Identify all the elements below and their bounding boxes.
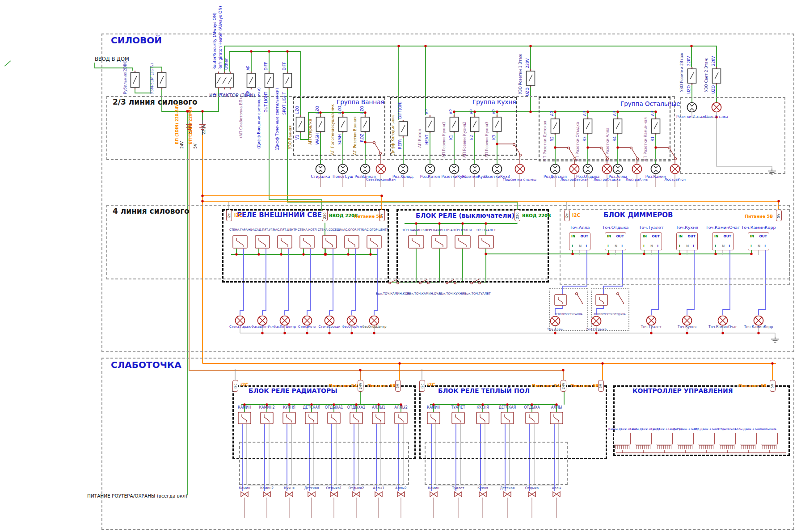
- relay-label: ТОЧ.ТУАЛЕТ: [472, 229, 500, 232]
- terminal-i2c: i2c: [226, 210, 232, 221]
- light-switch-symbol: [629, 146, 639, 160]
- dimmer-device: INOUTLNL: [748, 232, 769, 250]
- dimmer-pin-l: L: [586, 245, 588, 248]
- valve-label: Аллы: [543, 486, 570, 490]
- relay-label: ДЕТСКАЯ: [495, 406, 520, 410]
- controller-module: [656, 433, 673, 444]
- breaker-label: АП Стиралка: [308, 118, 312, 144]
- terminal-i2c-text: i2c: [233, 384, 237, 388]
- socket-symbol: [315, 163, 326, 175]
- lamp-label: Точ.Туалет: [633, 325, 669, 329]
- valve-symbol: [374, 491, 383, 498]
- breaker-label: АП Розеки Кухня3: [485, 121, 489, 157]
- psu-out-label: 24V: [180, 141, 184, 148]
- breaker-device: [282, 72, 292, 89]
- relay-device: [525, 412, 539, 424]
- i2c-label: i2C: [572, 213, 580, 218]
- lamp-label: Свет 2 тажа: [699, 115, 734, 119]
- power-5v-label: Питание 5В: [570, 384, 599, 388]
- breaker-pin-top: AP: [650, 111, 654, 116]
- relay-device: [451, 412, 465, 424]
- wall-switch-symbol: [388, 278, 400, 285]
- relay-label: ФАС.ОГОР.ЦЕНТР: [362, 228, 386, 232]
- relay-label: ТУАЛЕТ: [446, 406, 471, 410]
- breaker-device: [583, 117, 593, 135]
- relay-label: ОТДЫХА2: [344, 406, 369, 410]
- relay-device: [282, 412, 296, 424]
- dimmer-pin-in: IN: [571, 235, 575, 238]
- breaker-device: [651, 117, 661, 135]
- breaker-pin-top: AP: [612, 111, 616, 116]
- light-switch-symbol: [599, 146, 609, 160]
- contactor-feed-label: Router/Security (Always ON): [213, 13, 217, 70]
- dimmer-pin-n: N: [686, 245, 689, 248]
- main-switch-device: [130, 71, 140, 89]
- breaker-label: Дифф Холодильник: [391, 115, 395, 155]
- input-220-label: ВВОД 220В: [522, 214, 551, 219]
- lamp-symbol: [549, 315, 561, 327]
- dimmer-pin-n: N: [722, 245, 725, 248]
- relay-device: [238, 412, 251, 424]
- group-title-others: Группа Остальные: [620, 101, 680, 107]
- breaker-pin-bottom: SPOT LIGHT: [282, 92, 286, 115]
- terminal-5v: 5V: [770, 380, 776, 392]
- socket-symbol: [448, 163, 460, 175]
- breaker-label: (АП Слаботочка БП): [239, 98, 243, 138]
- relay-device: [427, 412, 440, 424]
- breaker-device: [360, 115, 370, 133]
- terminal-24v: 24V: [561, 380, 566, 392]
- dimmer-pin-out: OUT: [687, 235, 696, 238]
- terminal-220: 220: [322, 210, 328, 221]
- breaker-pin-top: UZO: [315, 106, 319, 114]
- dimmer-label: Точ.Кухня: [668, 225, 706, 230]
- breaker-pin-bottom: K3: [492, 135, 496, 140]
- dimmer-pin-l: L: [643, 245, 645, 248]
- module-pins: [762, 444, 777, 450]
- relay-label: ОТДЫХА: [519, 406, 544, 410]
- contactor-feed-label: Other: [224, 58, 228, 70]
- breaker-device: [526, 69, 535, 87]
- dimmer-device: INOUTLNL: [641, 232, 662, 250]
- light-switch-symbol: [512, 142, 522, 157]
- relay-device: [476, 412, 489, 424]
- relay-label: АЛЛЫ: [544, 406, 569, 410]
- dimmer-pin-in: IN: [750, 235, 754, 238]
- wall-switch-symbol: [445, 278, 457, 285]
- relay-device: [554, 294, 567, 306]
- socket-symbol: [491, 163, 503, 175]
- dimmer-label: Точ.Алла: [561, 225, 599, 230]
- power-5v-label: Питание 5В: [354, 214, 382, 219]
- socket-symbol: [686, 101, 698, 113]
- breaker-pin-top: AP: [550, 111, 554, 116]
- breaker-pin-top: AP: [425, 109, 429, 114]
- lamp-symbol: [590, 315, 602, 327]
- relay-device: [550, 412, 563, 424]
- relay-label: ФАС.ОГОР.УГЛ: [340, 228, 364, 232]
- breaker-pin-top: AP: [582, 111, 586, 116]
- module-pins: [636, 444, 651, 450]
- relay-label: КУХНЯ: [277, 406, 302, 410]
- breaker-pin-bottom: R4: [612, 136, 616, 141]
- breaker-label: АП Полотенцесушильник: [330, 104, 334, 155]
- psu-name: БП (1DIN) 220-24V: [175, 104, 179, 144]
- valve-symbol: [429, 491, 438, 498]
- breaker-device: [550, 117, 560, 135]
- terminal-5v: 5V: [395, 380, 401, 392]
- valve-symbol: [329, 491, 338, 498]
- controller-module: [740, 433, 757, 444]
- relay-device: [277, 235, 292, 249]
- terminal-i2c: i2c: [564, 210, 570, 221]
- relay-device: [322, 235, 337, 249]
- contactor-pin: 3: [225, 93, 228, 96]
- breaker-label: УЗО Розетки 2Этаж: [679, 52, 683, 92]
- dimmer-pin-l: L: [750, 245, 753, 248]
- valve-label: Отдыха: [519, 486, 545, 490]
- dimmer-pin-in: IN: [679, 235, 683, 238]
- dimmer-pin-l: L: [621, 245, 624, 248]
- dimmer-device: INOUTLNL: [605, 232, 626, 250]
- breaker-label: УЗО Розетки 1 Этаж: [518, 54, 522, 94]
- relay-device: [260, 412, 274, 424]
- breaker-pin-top: UZO: [295, 106, 299, 114]
- section-title-line23: 2/3 линия силового: [113, 98, 198, 106]
- dimmer-pin-l: L: [693, 245, 695, 248]
